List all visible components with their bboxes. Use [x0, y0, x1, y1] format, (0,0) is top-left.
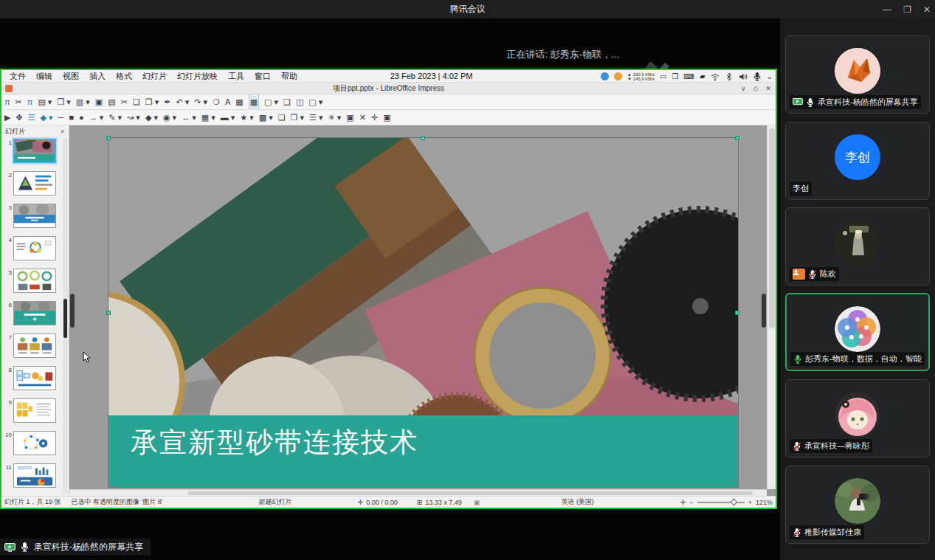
insert-textbox-icon[interactable]: ☰ — [28, 110, 35, 125]
block-arrows-icon[interactable]: ↔ ▾ — [182, 110, 196, 125]
curve-icon[interactable]: ✎ ▾ — [108, 110, 122, 125]
participant-tile[interactable]: 稚影传媒邹佳康 — [785, 466, 930, 544]
export-pdf-icon[interactable]: ▣ — [95, 94, 103, 109]
snap-grid-icon[interactable]: ▦ — [249, 94, 259, 110]
cut-icon[interactable]: ✂ — [121, 94, 128, 109]
master-slide-icon[interactable]: ▢ ▾ — [264, 94, 278, 109]
slide-thumbnail-11[interactable]: 11 — [3, 463, 69, 488]
slide-panel-close-icon[interactable]: ✕ — [60, 128, 65, 135]
menu-item-2[interactable]: 视图 — [58, 71, 84, 82]
duplicate-slide-icon[interactable]: ◫ — [296, 94, 303, 109]
menu-item-3[interactable]: 插入 — [84, 71, 111, 82]
impress-close-button[interactable]: ✕ — [765, 83, 771, 94]
menu-item-4[interactable]: 格式 — [111, 71, 137, 82]
slide-panel-scrollbar[interactable] — [63, 139, 68, 494]
clipboard-icon[interactable]: ❒ — [672, 70, 679, 83]
arrange-icon[interactable]: ☰ ▾ — [309, 110, 322, 125]
tray-app1-icon[interactable] — [601, 72, 609, 80]
canvas-vertical-scrollbar[interactable] — [767, 125, 776, 489]
formula-settings-icon[interactable]: π — [27, 94, 33, 109]
menu-item-9[interactable]: 帮助 — [276, 71, 303, 82]
shadow-icon[interactable]: ✳ ▾ — [328, 110, 341, 125]
connector-icon[interactable]: ↝ ▾ — [127, 110, 140, 125]
save-state-icon[interactable]: ▣ — [474, 499, 480, 506]
slide-canvas[interactable]: 承宣新型砂带连接技术 — [69, 125, 776, 496]
arrow-icon[interactable]: → ▾ — [89, 110, 104, 125]
points-icon[interactable]: ✛ — [371, 110, 378, 125]
glue-points-icon[interactable]: ▣ — [383, 110, 390, 125]
spelling-icon[interactable]: A — [225, 94, 230, 109]
copy-icon[interactable]: ❏ — [133, 94, 140, 109]
zoom-pan-icon[interactable]: ✥ — [15, 110, 22, 125]
callouts-icon[interactable]: ▬ ▾ — [221, 110, 235, 125]
select-icon[interactable]: ▶ — [4, 110, 10, 125]
flowchart-icon[interactable]: ▦ ▾ — [201, 110, 215, 125]
rectangle-icon[interactable]: ■ — [69, 110, 74, 125]
display-icon[interactable]: ▭ — [660, 70, 666, 83]
participant-tile[interactable]: 陈欢 — [785, 207, 930, 286]
undo-icon[interactable]: ↶ ▾ — [176, 94, 189, 109]
microphone-tray-icon[interactable] — [753, 72, 762, 81]
zoom-slider[interactable] — [697, 502, 745, 503]
slide-thumbnail-4[interactable]: 4 — [3, 236, 69, 260]
slide-thumbnail-5[interactable]: 5 — [3, 269, 69, 293]
keyboard-icon[interactable]: ⌨ — [683, 70, 694, 83]
menu-item-8[interactable]: 窗口 — [249, 71, 276, 82]
menu-item-5[interactable]: 幻灯片 — [137, 71, 172, 82]
sidebar-collapse-grip-right[interactable] — [762, 294, 766, 328]
slide-thumbnail-10[interactable]: 10 — [3, 431, 69, 455]
participant-tile[interactable]: 承宣科技-杨皓然的屏幕共享 — [785, 35, 930, 114]
menu-item-0[interactable]: 文件 — [4, 71, 31, 82]
display-views-icon[interactable]: ▢ ▾ — [308, 94, 322, 109]
slide-thumbnail-3[interactable]: 3 — [3, 204, 69, 228]
menu-item-7[interactable]: 工具 — [223, 71, 249, 82]
slide-thumbnail-1[interactable]: 1 — [3, 139, 69, 163]
battery-icon[interactable]: ▰ — [700, 70, 705, 83]
new-slide-icon[interactable]: ❑ — [283, 94, 291, 109]
slide-thumbnail-6[interactable]: 6 — [3, 301, 69, 325]
selection-handle-mid-right[interactable] — [735, 311, 739, 315]
line-icon[interactable]: ─ — [58, 110, 64, 125]
slide-thumbnail-7[interactable]: 7 — [3, 333, 69, 358]
find-replace-icon[interactable]: ❍ — [213, 94, 220, 109]
tray-app2-icon[interactable] — [614, 72, 622, 80]
menu-item-6[interactable]: 幻灯片放映 — [172, 71, 223, 82]
zoom-fit-icon[interactable]: ✛ — [680, 499, 686, 506]
selection-handle-mid-left[interactable] — [106, 311, 111, 315]
slide-thumbnail-2[interactable]: 2 — [3, 171, 69, 196]
3d-objects-icon[interactable]: ▩ ▾ — [259, 110, 273, 125]
ellipse-icon[interactable]: ● — [79, 110, 84, 125]
slide-thumbnail-8[interactable]: 8 — [3, 366, 69, 390]
status-language[interactable]: 英语 (美国) — [561, 497, 594, 507]
clone-formatting-icon[interactable]: ✒ — [164, 94, 170, 109]
selection-handle-top-right[interactable] — [735, 136, 739, 140]
restore-button[interactable]: ❐ — [903, 4, 911, 15]
tray-chevron-icon[interactable]: ⌄ — [767, 70, 773, 83]
open-icon[interactable]: ❒ ▾ — [57, 94, 70, 109]
align-icon[interactable]: ❐ ▾ — [291, 110, 304, 125]
filter-icon[interactable]: ✕ — [359, 110, 366, 125]
canvas-horizontal-scrollbar[interactable] — [69, 489, 767, 496]
new-document-icon[interactable]: ▤ ▾ — [38, 94, 52, 109]
impress-minimize-button[interactable]: ∨ — [741, 83, 746, 94]
panel-collapse-grip-left[interactable] — [70, 294, 75, 328]
minimize-button[interactable]: — — [883, 4, 891, 15]
crop-icon[interactable]: ▣ — [346, 110, 353, 125]
menu-item-1[interactable]: 编辑 — [31, 71, 58, 82]
zoom-in-button[interactable]: + — [748, 499, 752, 506]
close-button[interactable]: ✕ — [923, 4, 931, 15]
participant-tile[interactable]: 承宣科技—蒋咏彤 — [785, 379, 930, 457]
participant-tile[interactable]: 李创 李创 — [785, 122, 930, 200]
math-formula-icon[interactable]: π — [4, 94, 10, 109]
print-icon[interactable]: ▤ — [108, 94, 115, 109]
fill-color-icon[interactable]: ◆ ▾ — [41, 110, 53, 125]
current-slide[interactable]: 承宣新型砂带连接技术 — [108, 138, 738, 487]
stars-icon[interactable]: ★ ▾ — [240, 110, 253, 125]
status-master-slide[interactable]: 新越幻灯片 — [258, 497, 291, 507]
selection-handle-top-left[interactable] — [106, 136, 111, 140]
participant-tile-active-speaker[interactable]: 彭秀东-物联，数据，自动，智能 — [785, 293, 930, 371]
cut-tool-icon[interactable]: ✂ — [15, 94, 22, 109]
zoom-out-button[interactable]: − — [689, 499, 693, 506]
basic-shapes-icon[interactable]: ◆ ▾ — [145, 110, 158, 125]
volume-icon[interactable] — [739, 72, 748, 81]
